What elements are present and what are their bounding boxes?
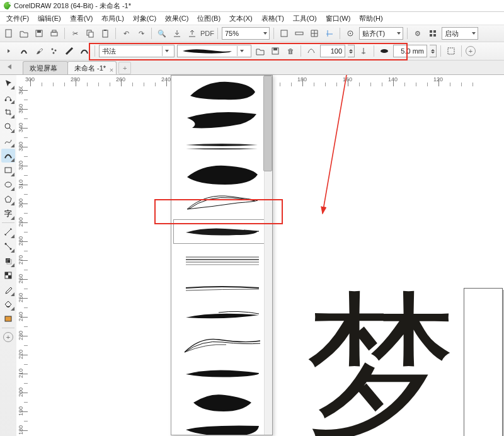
- brush-option-8[interactable]: [171, 274, 272, 302]
- publish-pdf-icon[interactable]: PDF: [201, 27, 214, 40]
- brush-scrollbar[interactable]: [264, 76, 272, 435]
- stroke-width-spinner[interactable]: [430, 45, 437, 57]
- paste-icon[interactable]: [99, 27, 112, 40]
- pick-tool-icon[interactable]: [1, 76, 15, 90]
- svg-rect-34: [5, 272, 8, 275]
- add-preset-button[interactable]: +: [466, 46, 476, 56]
- brush-option-6-selected[interactable]: [171, 217, 272, 246]
- app-launcher-icon[interactable]: [427, 27, 439, 40]
- open-icon[interactable]: [18, 27, 30, 40]
- artistic-media-tool-icon[interactable]: [1, 149, 15, 163]
- brush-option-1[interactable]: [171, 76, 272, 104]
- parallel-dimension-tool-icon[interactable]: [1, 225, 15, 239]
- smoothing-icon[interactable]: [305, 45, 318, 57]
- smoothing-input[interactable]: 100: [320, 45, 345, 57]
- menu-file[interactable]: 文件(F): [3, 13, 33, 25]
- show-grid-icon[interactable]: [308, 27, 321, 40]
- scrollbar-thumb[interactable]: [263, 76, 272, 171]
- menu-table[interactable]: 表格(T): [258, 13, 288, 25]
- brush-option-10[interactable]: [171, 331, 272, 359]
- smoothing-slider-icon[interactable]: [357, 45, 370, 57]
- menu-layout[interactable]: 布局(L): [98, 13, 127, 25]
- show-rulers-icon[interactable]: [293, 27, 306, 40]
- transparency-tool-icon[interactable]: [1, 268, 15, 282]
- connector-tool-icon[interactable]: [1, 239, 15, 253]
- polygon-tool-icon[interactable]: [1, 192, 15, 206]
- crop-tool-icon[interactable]: [1, 105, 15, 119]
- interactive-fill-tool-icon[interactable]: [1, 297, 15, 311]
- drop-shadow-tool-icon[interactable]: [1, 254, 15, 268]
- print-icon[interactable]: [48, 27, 60, 40]
- menu-help[interactable]: 帮助(H): [355, 13, 386, 25]
- menu-edit[interactable]: 编辑(E): [34, 13, 65, 25]
- snap-combo[interactable]: 贴齐(T): [359, 27, 403, 40]
- export-icon[interactable]: [186, 27, 198, 40]
- bounding-box-icon[interactable]: [445, 45, 457, 57]
- menu-window[interactable]: 窗口(W): [322, 13, 355, 25]
- brush-category-select[interactable]: 书法: [99, 45, 175, 57]
- delete-icon[interactable]: 🗑: [284, 45, 297, 57]
- import-icon[interactable]: [171, 27, 183, 40]
- calligraphic-icon[interactable]: [63, 45, 76, 57]
- shape-tool-icon[interactable]: [1, 91, 15, 105]
- undo-icon[interactable]: ↶: [120, 27, 132, 40]
- tab-nav-icon[interactable]: [3, 61, 19, 72]
- rectangle-tool-icon[interactable]: [1, 163, 15, 177]
- freehand-tool-icon[interactable]: [1, 134, 15, 148]
- zoom-combo[interactable]: 75%: [222, 27, 270, 40]
- smoothing-spinner[interactable]: [348, 45, 355, 57]
- toolbox-expand-button[interactable]: +: [1, 330, 15, 344]
- vertical-ruler[interactable]: 3603503403303203103002902802702602502402…: [16, 86, 28, 436]
- svg-point-17: [52, 49, 54, 50]
- preset-icon[interactable]: [18, 45, 30, 57]
- save-icon[interactable]: [33, 27, 45, 40]
- brush-stroke-dropdown[interactable]: [171, 75, 273, 435]
- menu-tools[interactable]: 工具(O): [289, 13, 321, 25]
- brush-option-9[interactable]: [171, 302, 272, 331]
- brush-option-13[interactable]: [171, 416, 272, 435]
- launch-combo[interactable]: 启动: [442, 27, 478, 40]
- redo-icon[interactable]: ↷: [135, 27, 147, 40]
- brush-option-4[interactable]: [171, 161, 272, 189]
- new-icon[interactable]: [3, 27, 15, 40]
- snap-to-icon[interactable]: [344, 27, 357, 40]
- brush-option-12[interactable]: [171, 387, 272, 416]
- options-icon[interactable]: ⚙: [411, 27, 424, 40]
- close-icon[interactable]: ×: [110, 64, 113, 76]
- pressure-icon[interactable]: [78, 45, 91, 57]
- menu-bitmap[interactable]: 位图(B): [193, 13, 224, 25]
- menu-effects[interactable]: 效果(C): [161, 13, 192, 25]
- tab-welcome[interactable]: 欢迎屏幕: [23, 61, 68, 74]
- brush-icon[interactable]: 🖌: [33, 45, 45, 57]
- mirror-h-icon[interactable]: [3, 45, 15, 57]
- menu-text[interactable]: 文本(X): [226, 13, 256, 25]
- show-guidelines-icon[interactable]: [323, 27, 336, 40]
- eyedropper-tool-icon[interactable]: [1, 283, 15, 297]
- width-nib-icon[interactable]: [378, 45, 391, 57]
- svg-point-22: [381, 49, 388, 53]
- zoom-tool-icon[interactable]: [1, 120, 15, 134]
- smart-fill-tool-icon[interactable]: [1, 312, 15, 326]
- fullscreen-icon[interactable]: [278, 27, 290, 40]
- brush-option-7[interactable]: [171, 246, 272, 274]
- tab-document[interactable]: 未命名 -1* ×: [67, 61, 117, 74]
- browse-icon[interactable]: [254, 45, 266, 57]
- brush-option-5[interactable]: [171, 189, 272, 217]
- brush-option-2[interactable]: [171, 104, 272, 132]
- ellipse-tool-icon[interactable]: [1, 178, 15, 192]
- save-brush-icon[interactable]: [269, 45, 282, 57]
- new-tab-button[interactable]: +: [118, 62, 131, 74]
- brush-stroke-select[interactable]: [177, 45, 251, 57]
- separator: [374, 45, 374, 57]
- cut-icon[interactable]: ✂: [69, 27, 81, 40]
- brush-option-11[interactable]: [171, 359, 272, 387]
- search-icon[interactable]: 🔍: [156, 27, 168, 40]
- artwork-character[interactable]: 梦: [305, 288, 481, 437]
- brush-option-3[interactable]: [171, 132, 272, 161]
- text-tool-icon[interactable]: 字: [1, 207, 15, 221]
- sprayer-icon[interactable]: [48, 45, 60, 57]
- menu-object[interactable]: 对象(C): [129, 13, 160, 25]
- menu-view[interactable]: 查看(V): [66, 13, 97, 25]
- stroke-width-input[interactable]: 5.0 mm: [393, 45, 427, 57]
- copy-icon[interactable]: [84, 27, 96, 40]
